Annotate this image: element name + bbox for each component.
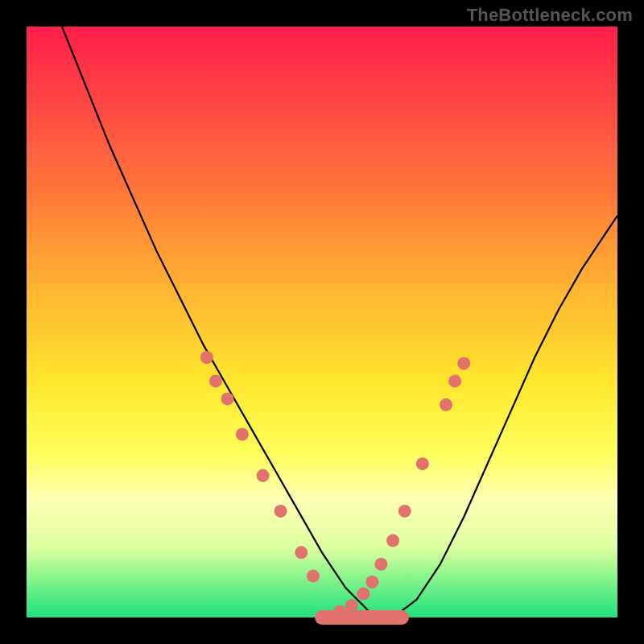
marker-dot: [307, 570, 320, 583]
chart-svg: [27, 27, 617, 617]
curve-line: [62, 27, 617, 617]
marker-dot: [398, 505, 411, 518]
marker-dot: [200, 351, 213, 364]
marker-dot: [457, 357, 470, 369]
bottom-marker-band: [315, 610, 409, 625]
marker-dot: [257, 469, 270, 482]
marker-dot: [386, 535, 399, 547]
chart-frame: TheBottleneck.com: [0, 0, 644, 644]
marker-dot: [365, 576, 378, 588]
marker-dot: [221, 392, 234, 405]
marker-dot: [275, 505, 287, 518]
data-markers: [200, 351, 470, 625]
marker-dot: [448, 374, 461, 387]
bottleneck-curve: [62, 27, 617, 617]
marker-dot: [236, 428, 249, 441]
marker-dot: [374, 558, 387, 571]
marker-dot: [357, 588, 369, 601]
marker-dot: [440, 398, 452, 411]
plot-area: [27, 27, 617, 617]
marker-dot: [295, 546, 308, 559]
watermark-label: TheBottleneck.com: [467, 5, 633, 26]
marker-dot: [416, 457, 429, 470]
marker-dot: [345, 599, 358, 612]
marker-dot: [209, 374, 222, 387]
